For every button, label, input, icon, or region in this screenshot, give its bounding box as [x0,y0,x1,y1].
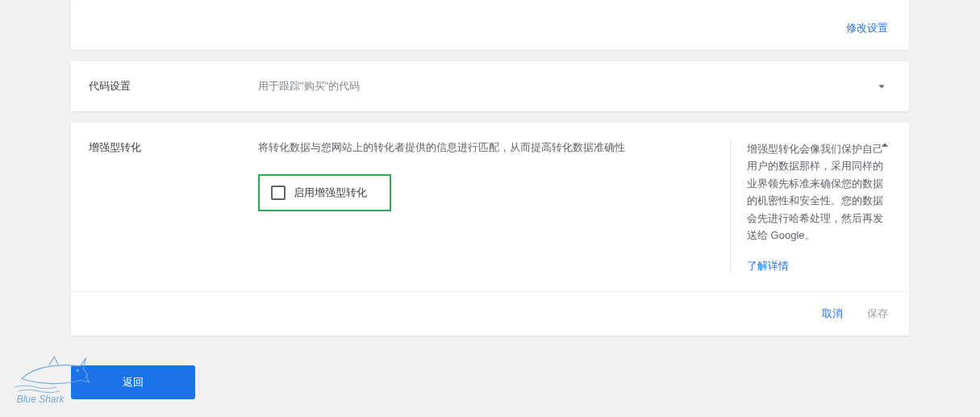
enable-enhanced-label: 启用增强型转化 [294,186,367,200]
code-settings-title: 代码设置 [89,79,258,94]
code-settings-subtitle: 用于跟踪"购买"的代码 [258,79,360,94]
chevron-up-icon[interactable] [877,137,893,153]
code-settings-card[interactable]: 代码设置 用于跟踪"购买"的代码 [71,61,909,111]
watermark-text: Blue Shark [17,394,65,405]
enhanced-info-text: 增强型转化会像我们保护自己用户的数据那样，采用同样的业界领先标准来确保您的数据的… [747,140,891,244]
learn-more-link[interactable]: 了解详情 [747,259,891,273]
enhanced-title: 增强型转化 [89,140,258,155]
chevron-down-icon[interactable] [874,78,890,94]
modify-settings-link[interactable]: 修改设置 [846,21,888,35]
cancel-button[interactable]: 取消 [822,306,843,321]
top-card: 修改设置 [71,0,909,50]
back-button[interactable]: 返回 [71,365,195,399]
enhanced-footer: 取消 保存 [71,291,909,336]
save-button: 保存 [867,306,888,321]
enable-enhanced-checkbox[interactable] [271,186,286,200]
enhanced-description: 将转化数据与您网站上的转化者提供的信息进行匹配，从而提高转化数据准确性 [258,140,711,155]
enable-enhanced-highlight: 启用增强型转化 [258,174,391,211]
top-card-footer: 修改设置 [71,6,909,50]
enhanced-conversion-card: 增强型转化 将转化数据与您网站上的转化者提供的信息进行匹配，从而提高转化数据准确… [71,123,909,336]
